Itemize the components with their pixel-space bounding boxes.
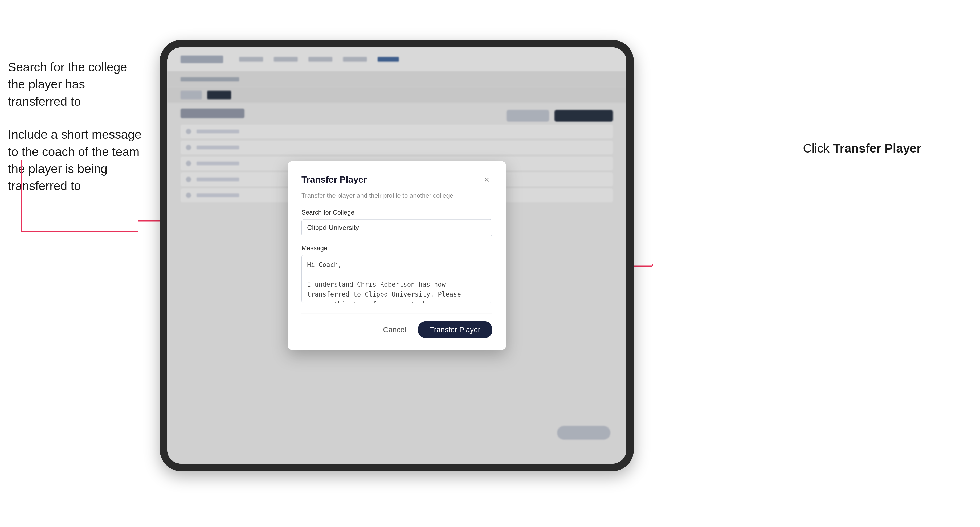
annotation-message-text: Include a short message to the coach of … — [8, 126, 146, 195]
college-search-input[interactable] — [301, 219, 492, 236]
tablet-screen: Transfer Player × Transfer the player an… — [167, 48, 626, 464]
annotation-right: Click Transfer Player — [803, 141, 921, 156]
annotation-transfer-bold: Transfer Player — [833, 141, 921, 155]
annotation-search-text: Search for the college the player has tr… — [8, 59, 146, 110]
message-textarea[interactable]: Hi Coach, I understand Chris Robertson h… — [301, 255, 492, 303]
annotation-click-text: Click — [803, 141, 833, 155]
dialog-subtitle: Transfer the player and their profile to… — [301, 191, 492, 200]
transfer-player-dialog: Transfer Player × Transfer the player an… — [288, 161, 506, 350]
dialog-title: Transfer Player — [301, 174, 367, 184]
modal-overlay: Transfer Player × Transfer the player an… — [167, 48, 626, 464]
dialog-header: Transfer Player × — [301, 174, 492, 185]
dialog-close-button[interactable]: × — [482, 174, 492, 185]
dialog-footer: Cancel Transfer Player — [301, 313, 492, 338]
message-label: Message — [301, 244, 492, 252]
college-label: Search for College — [301, 208, 492, 216]
cancel-button[interactable]: Cancel — [378, 322, 412, 337]
tablet-frame: Transfer Player × Transfer the player an… — [160, 40, 634, 471]
transfer-player-button[interactable]: Transfer Player — [418, 321, 492, 338]
annotation-left: Search for the college the player has tr… — [8, 59, 146, 211]
